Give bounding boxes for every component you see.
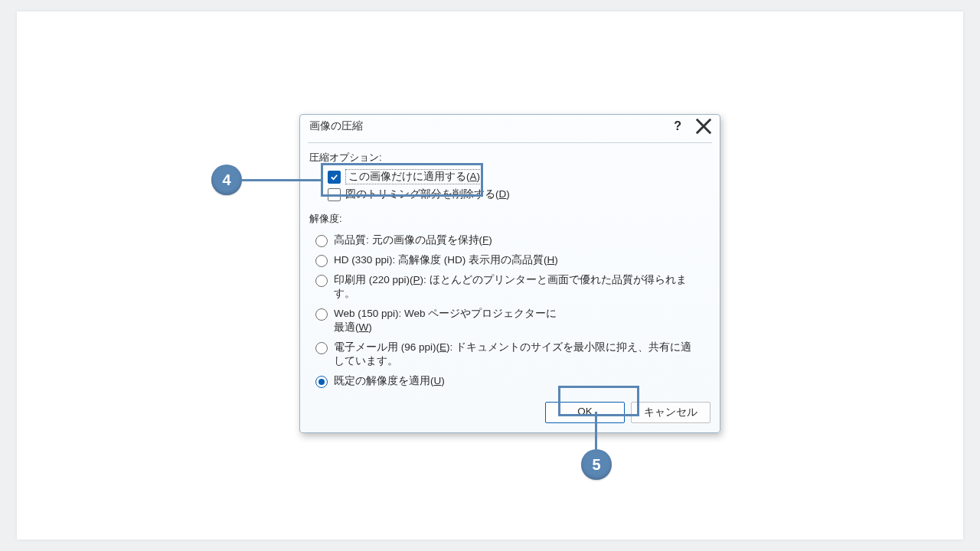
close-icon[interactable] bbox=[695, 118, 712, 135]
help-icon[interactable]: ? bbox=[674, 119, 681, 133]
dialog-titlebar: 画像の圧縮 ? bbox=[300, 115, 720, 142]
callout-badge-5: 5 bbox=[581, 449, 612, 480]
checkbox-apply-only[interactable] bbox=[328, 171, 341, 184]
divider bbox=[308, 142, 712, 143]
radio-web[interactable]: Web (150 ppi): Web ページやプロジェクターに最適(W) bbox=[315, 307, 720, 334]
radio-default[interactable]: 既定の解像度を適用(U) bbox=[315, 374, 720, 388]
radio-hd-label: HD (330 ppi): 高解像度 (HD) 表示用の高品質(H) bbox=[334, 253, 558, 267]
radio-high-quality-label: 高品質: 元の画像の品質を保持(F) bbox=[334, 233, 492, 247]
callout-line-5 bbox=[595, 412, 597, 449]
radio-hd[interactable]: HD (330 ppi): 高解像度 (HD) 表示用の高品質(H) bbox=[315, 253, 720, 267]
radio-high-quality-input[interactable] bbox=[315, 235, 328, 247]
page-card: 画像の圧縮 ? 圧縮オプション: この画像だけに適用する(A) 図のトリミング部… bbox=[17, 11, 963, 540]
radio-print-label: 印刷用 (220 ppi)(P): ほとんどのプリンターと画面で優れた品質が得ら… bbox=[334, 273, 701, 301]
radio-hd-input[interactable] bbox=[315, 255, 328, 267]
radio-default-label: 既定の解像度を適用(U) bbox=[334, 374, 445, 388]
ok-button[interactable]: OK bbox=[545, 402, 625, 423]
radio-email[interactable]: 電子メール用 (96 ppi)(E): ドキュメントのサイズを最小限に抑え、共有… bbox=[315, 341, 720, 368]
cancel-button[interactable]: キャンセル bbox=[631, 402, 710, 423]
dialog-button-row: OK キャンセル bbox=[300, 394, 720, 432]
callout-badge-4: 4 bbox=[211, 165, 242, 195]
checkbox-delete-crop-row[interactable]: 図のトリミング部分を削除する(D) bbox=[328, 187, 720, 201]
radio-high-quality[interactable]: 高品質: 元の画像の品質を保持(F) bbox=[315, 233, 720, 247]
dialog-title: 画像の圧縮 bbox=[309, 119, 363, 133]
callout-line-4 bbox=[242, 179, 322, 181]
radio-print[interactable]: 印刷用 (220 ppi)(P): ほとんどのプリンターと画面で優れた品質が得ら… bbox=[315, 273, 720, 301]
radio-default-input[interactable] bbox=[315, 376, 328, 388]
checkbox-apply-only-row[interactable]: この画像だけに適用する(A) bbox=[328, 169, 720, 184]
radio-web-label: Web (150 ppi): Web ページやプロジェクターに最適(W) bbox=[334, 307, 564, 334]
section-compress-options: 圧縮オプション: bbox=[300, 148, 720, 166]
compress-pictures-dialog: 画像の圧縮 ? 圧縮オプション: この画像だけに適用する(A) 図のトリミング部… bbox=[299, 114, 720, 433]
section-resolution: 解像度: bbox=[300, 209, 720, 227]
checkbox-apply-only-label: この画像だけに適用する(A) bbox=[345, 169, 483, 184]
radio-web-input[interactable] bbox=[315, 308, 328, 321]
checkbox-delete-crop-label: 図のトリミング部分を削除する(D) bbox=[345, 187, 510, 201]
radio-print-input[interactable] bbox=[315, 275, 328, 287]
radio-email-input[interactable] bbox=[315, 342, 328, 354]
radio-email-label: 電子メール用 (96 ppi)(E): ドキュメントのサイズを最小限に抑え、共有… bbox=[334, 341, 701, 368]
checkbox-delete-crop[interactable] bbox=[328, 188, 341, 201]
